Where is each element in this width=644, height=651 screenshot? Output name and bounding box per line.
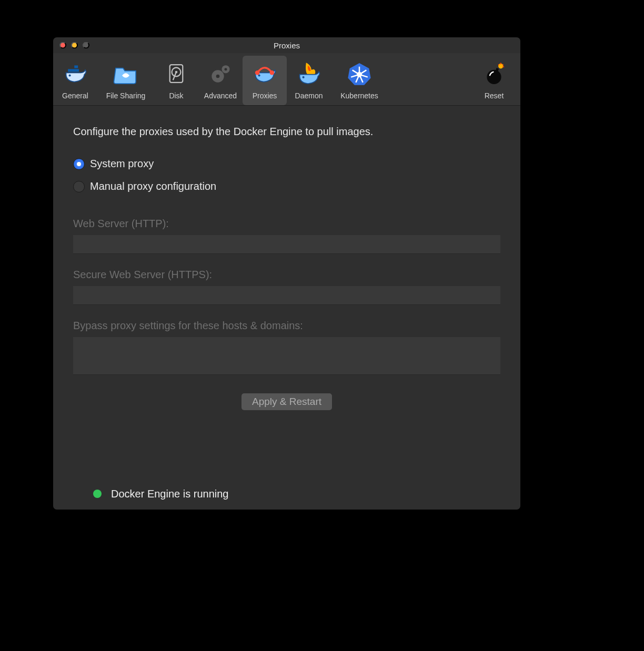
disk-icon — [163, 60, 190, 87]
svg-point-25 — [487, 70, 501, 84]
status-text: Docker Engine is running — [111, 488, 228, 500]
whale-headphones-icon — [251, 60, 278, 87]
bypass-input[interactable] — [73, 337, 500, 375]
radio-label: Manual proxy configuration — [90, 180, 216, 192]
svg-rect-2 — [72, 69, 75, 72]
tab-label: File Sharing — [106, 91, 146, 100]
svg-line-31 — [498, 64, 499, 65]
tab-label: Daemon — [295, 91, 323, 100]
tab-label: Proxies — [253, 91, 277, 100]
whale-fire-icon — [295, 60, 323, 87]
tab-label: Advanced — [204, 91, 237, 100]
radio-system-proxy[interactable]: System proxy — [73, 158, 500, 170]
svg-point-10 — [216, 75, 220, 78]
tab-proxies[interactable]: Proxies — [243, 56, 287, 105]
svg-point-15 — [303, 76, 305, 78]
whale-icon — [62, 60, 89, 87]
svg-point-11 — [225, 68, 227, 70]
traffic-lights — [59, 42, 89, 49]
https-input[interactable] — [73, 286, 500, 305]
radio-label: System proxy — [90, 158, 154, 170]
http-input[interactable] — [73, 235, 500, 254]
zoom-button[interactable] — [83, 42, 89, 49]
bomb-icon — [480, 60, 508, 87]
tab-file-sharing[interactable]: File Sharing — [97, 56, 154, 105]
gears-icon — [207, 60, 234, 87]
radio-icon — [73, 158, 85, 170]
apply-restart-button[interactable]: Apply & Restart — [242, 393, 332, 410]
folder-icon — [112, 60, 139, 87]
radio-icon — [73, 181, 85, 192]
bypass-label: Bypass proxy settings for these hosts & … — [73, 320, 500, 332]
close-button[interactable] — [59, 42, 66, 49]
tab-kubernetes[interactable]: Kubernetes — [331, 56, 388, 105]
titlebar: Proxies — [53, 37, 520, 53]
reset-label: Reset — [485, 91, 504, 100]
reset-button[interactable]: Reset — [472, 56, 516, 105]
tab-label: Kubernetes — [340, 91, 378, 100]
tab-disk[interactable]: Disk — [154, 56, 198, 105]
minimize-button[interactable] — [71, 42, 78, 49]
kubernetes-icon — [346, 60, 373, 87]
svg-rect-0 — [74, 65, 78, 68]
svg-rect-1 — [68, 69, 72, 72]
tab-general[interactable]: General — [53, 56, 97, 105]
tab-label: General — [62, 91, 88, 100]
http-label: Web Server (HTTP): — [73, 218, 500, 230]
status-dot-icon — [93, 490, 102, 498]
window-title: Proxies — [274, 41, 300, 50]
preferences-window: Proxies General — [53, 37, 521, 510]
svg-point-14 — [270, 70, 275, 75]
svg-line-29 — [502, 64, 504, 65]
tab-advanced[interactable]: Advanced — [198, 56, 243, 105]
https-label: Secure Web Server (HTTPS): — [73, 269, 500, 281]
svg-point-13 — [255, 70, 260, 75]
content: Configure the proxies used by the Docker… — [53, 106, 520, 510]
tab-label: Disk — [169, 91, 183, 100]
description-text: Configure the proxies used by the Docker… — [73, 126, 500, 138]
radio-manual-proxy[interactable]: Manual proxy configuration — [73, 180, 500, 192]
status-bar: Docker Engine is running — [73, 478, 500, 510]
toolbar: General File Sharing Disk — [53, 53, 520, 106]
tab-daemon[interactable]: Daemon — [287, 56, 331, 105]
svg-rect-3 — [75, 69, 79, 72]
svg-point-4 — [69, 74, 71, 76]
